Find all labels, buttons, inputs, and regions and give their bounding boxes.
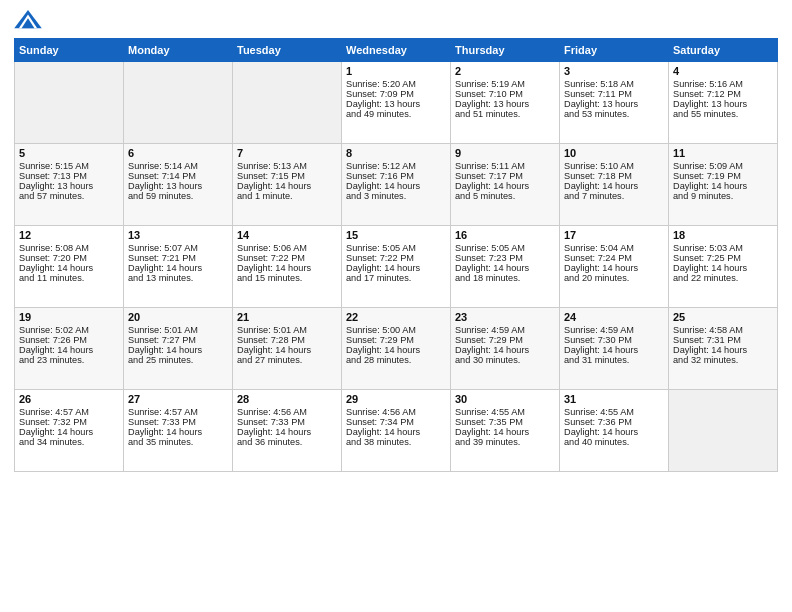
cell-content: Daylight: 13 hours [455, 99, 555, 109]
cell-content: Sunrise: 5:01 AM [237, 325, 337, 335]
cell-content: Sunset: 7:17 PM [455, 171, 555, 181]
day-number: 11 [673, 147, 773, 159]
logo-icon [14, 10, 42, 32]
calendar-table: SundayMondayTuesdayWednesdayThursdayFrid… [14, 38, 778, 472]
day-number: 21 [237, 311, 337, 323]
day-number: 15 [346, 229, 446, 241]
cell-content: and 25 minutes. [128, 355, 228, 365]
calendar-cell: 6Sunrise: 5:14 AMSunset: 7:14 PMDaylight… [124, 144, 233, 226]
week-row-3: 12Sunrise: 5:08 AMSunset: 7:20 PMDayligh… [15, 226, 778, 308]
cell-content: Sunset: 7:29 PM [346, 335, 446, 345]
logo [14, 10, 46, 32]
cell-content: and 59 minutes. [128, 191, 228, 201]
calendar-cell: 31Sunrise: 4:55 AMSunset: 7:36 PMDayligh… [560, 390, 669, 472]
day-number: 20 [128, 311, 228, 323]
cell-content: and 39 minutes. [455, 437, 555, 447]
cell-content: Sunset: 7:33 PM [128, 417, 228, 427]
calendar-cell: 29Sunrise: 4:56 AMSunset: 7:34 PMDayligh… [342, 390, 451, 472]
calendar-cell: 1Sunrise: 5:20 AMSunset: 7:09 PMDaylight… [342, 62, 451, 144]
cell-content: Sunset: 7:14 PM [128, 171, 228, 181]
cell-content: Daylight: 14 hours [673, 181, 773, 191]
cell-content: Daylight: 14 hours [455, 427, 555, 437]
cell-content: Daylight: 14 hours [19, 427, 119, 437]
week-row-5: 26Sunrise: 4:57 AMSunset: 7:32 PMDayligh… [15, 390, 778, 472]
calendar-cell [669, 390, 778, 472]
cell-content: Sunrise: 4:57 AM [128, 407, 228, 417]
cell-content: Daylight: 13 hours [673, 99, 773, 109]
cell-content: Daylight: 14 hours [128, 345, 228, 355]
day-number: 1 [346, 65, 446, 77]
calendar-cell: 11Sunrise: 5:09 AMSunset: 7:19 PMDayligh… [669, 144, 778, 226]
day-number: 14 [237, 229, 337, 241]
cell-content: Daylight: 14 hours [237, 345, 337, 355]
calendar-cell: 25Sunrise: 4:58 AMSunset: 7:31 PMDayligh… [669, 308, 778, 390]
header-row [14, 10, 778, 32]
cell-content: and 1 minute. [237, 191, 337, 201]
calendar-cell: 7Sunrise: 5:13 AMSunset: 7:15 PMDaylight… [233, 144, 342, 226]
calendar-cell [233, 62, 342, 144]
calendar-cell: 28Sunrise: 4:56 AMSunset: 7:33 PMDayligh… [233, 390, 342, 472]
cell-content: and 53 minutes. [564, 109, 664, 119]
day-number: 17 [564, 229, 664, 241]
cell-content: Sunset: 7:23 PM [455, 253, 555, 263]
cell-content: Daylight: 13 hours [564, 99, 664, 109]
cell-content: Sunset: 7:31 PM [673, 335, 773, 345]
cell-content: Daylight: 14 hours [128, 263, 228, 273]
cell-content: Daylight: 14 hours [455, 345, 555, 355]
calendar-cell: 5Sunrise: 5:15 AMSunset: 7:13 PMDaylight… [15, 144, 124, 226]
calendar-cell [124, 62, 233, 144]
cell-content: Sunrise: 5:05 AM [346, 243, 446, 253]
cell-content: and 40 minutes. [564, 437, 664, 447]
day-number: 26 [19, 393, 119, 405]
cell-content: and 30 minutes. [455, 355, 555, 365]
cell-content: and 13 minutes. [128, 273, 228, 283]
cell-content: and 36 minutes. [237, 437, 337, 447]
cell-content: Sunrise: 4:59 AM [564, 325, 664, 335]
day-number: 5 [19, 147, 119, 159]
day-number: 7 [237, 147, 337, 159]
day-number: 19 [19, 311, 119, 323]
cell-content: Sunset: 7:21 PM [128, 253, 228, 263]
calendar-cell: 20Sunrise: 5:01 AMSunset: 7:27 PMDayligh… [124, 308, 233, 390]
day-number: 6 [128, 147, 228, 159]
cell-content: and 20 minutes. [564, 273, 664, 283]
cell-content: Sunset: 7:26 PM [19, 335, 119, 345]
calendar-cell: 19Sunrise: 5:02 AMSunset: 7:26 PMDayligh… [15, 308, 124, 390]
calendar-cell: 14Sunrise: 5:06 AMSunset: 7:22 PMDayligh… [233, 226, 342, 308]
day-number: 13 [128, 229, 228, 241]
cell-content: Sunrise: 5:00 AM [346, 325, 446, 335]
cell-content: Sunrise: 5:18 AM [564, 79, 664, 89]
day-number: 18 [673, 229, 773, 241]
cell-content: Daylight: 13 hours [19, 181, 119, 191]
cell-content: and 32 minutes. [673, 355, 773, 365]
cell-content: Sunset: 7:09 PM [346, 89, 446, 99]
cell-content: and 38 minutes. [346, 437, 446, 447]
cell-content: Sunset: 7:13 PM [19, 171, 119, 181]
cell-content: Daylight: 14 hours [346, 263, 446, 273]
cell-content: Sunrise: 5:13 AM [237, 161, 337, 171]
cell-content: Sunset: 7:18 PM [564, 171, 664, 181]
cell-content: and 3 minutes. [346, 191, 446, 201]
day-number: 29 [346, 393, 446, 405]
cell-content: Sunrise: 5:01 AM [128, 325, 228, 335]
calendar-cell: 24Sunrise: 4:59 AMSunset: 7:30 PMDayligh… [560, 308, 669, 390]
cell-content: Sunset: 7:12 PM [673, 89, 773, 99]
day-header-wednesday: Wednesday [342, 39, 451, 62]
cell-content: Sunrise: 5:03 AM [673, 243, 773, 253]
cell-content: Sunrise: 5:06 AM [237, 243, 337, 253]
cell-content: Sunset: 7:15 PM [237, 171, 337, 181]
cell-content: Sunset: 7:11 PM [564, 89, 664, 99]
cell-content: Daylight: 14 hours [237, 427, 337, 437]
cell-content: Sunset: 7:32 PM [19, 417, 119, 427]
cell-content: Sunset: 7:34 PM [346, 417, 446, 427]
calendar-cell: 13Sunrise: 5:07 AMSunset: 7:21 PMDayligh… [124, 226, 233, 308]
cell-content: Sunrise: 5:16 AM [673, 79, 773, 89]
cell-content: Daylight: 14 hours [346, 181, 446, 191]
cell-content: Daylight: 14 hours [19, 345, 119, 355]
calendar-cell: 10Sunrise: 5:10 AMSunset: 7:18 PMDayligh… [560, 144, 669, 226]
calendar-cell: 27Sunrise: 4:57 AMSunset: 7:33 PMDayligh… [124, 390, 233, 472]
cell-content: Sunrise: 4:57 AM [19, 407, 119, 417]
cell-content: and 15 minutes. [237, 273, 337, 283]
day-header-sunday: Sunday [15, 39, 124, 62]
cell-content: Sunset: 7:22 PM [237, 253, 337, 263]
